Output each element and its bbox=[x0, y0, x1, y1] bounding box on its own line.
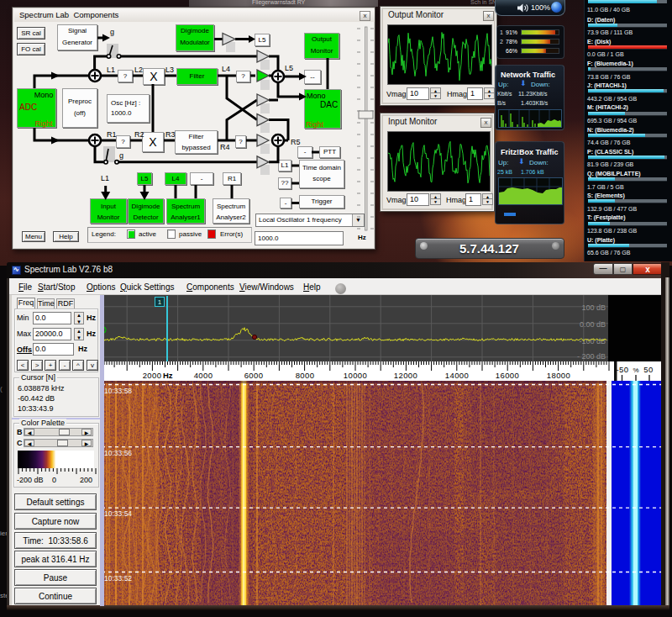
svg-text:L4: L4 bbox=[222, 65, 230, 73]
svg-text:10:33:52: 10:33:52 bbox=[104, 574, 132, 583]
svg-text:R1: R1 bbox=[107, 130, 117, 139]
svg-text:0.00 dB: 0.00 dB bbox=[580, 320, 606, 329]
svg-text:2000: 2000 bbox=[143, 371, 162, 380]
svg-text:Hz: Hz bbox=[163, 371, 173, 380]
svg-text:L3: L3 bbox=[165, 66, 174, 74]
svg-text:14000: 14000 bbox=[445, 371, 469, 380]
svg-text:18000: 18000 bbox=[547, 371, 570, 380]
svg-text:R4: R4 bbox=[220, 143, 230, 151]
svg-text:-100 dB: -100 dB bbox=[579, 337, 606, 345]
svg-text:L2: L2 bbox=[134, 66, 143, 74]
svg-text:12000: 12000 bbox=[394, 371, 417, 380]
svg-text:L5: L5 bbox=[285, 64, 293, 72]
svg-text:- 200 dB: - 200 dB bbox=[577, 352, 606, 361]
svg-text:R3: R3 bbox=[165, 130, 176, 139]
svg-text:10000: 10000 bbox=[344, 371, 367, 380]
svg-text:R2: R2 bbox=[134, 130, 144, 139]
svg-text:g: g bbox=[119, 151, 123, 160]
svg-text:L1: L1 bbox=[107, 66, 115, 74]
svg-text:8000: 8000 bbox=[296, 371, 315, 380]
svg-text:10:33:56: 10:33:56 bbox=[104, 449, 132, 457]
svg-text:10:33:54: 10:33:54 bbox=[104, 509, 132, 518]
svg-text:4000: 4000 bbox=[194, 371, 213, 380]
svg-text:g: g bbox=[110, 28, 114, 36]
svg-text:100 dB: 100 dB bbox=[581, 303, 606, 312]
svg-text:16000: 16000 bbox=[496, 371, 519, 380]
svg-text:%: % bbox=[633, 367, 638, 374]
svg-text:10:33:58: 10:33:58 bbox=[104, 387, 132, 395]
svg-text:50: 50 bbox=[643, 365, 653, 374]
svg-text:R5: R5 bbox=[291, 138, 301, 146]
svg-text:6000: 6000 bbox=[244, 371, 264, 380]
svg-text:-50: -50 bbox=[617, 365, 629, 374]
